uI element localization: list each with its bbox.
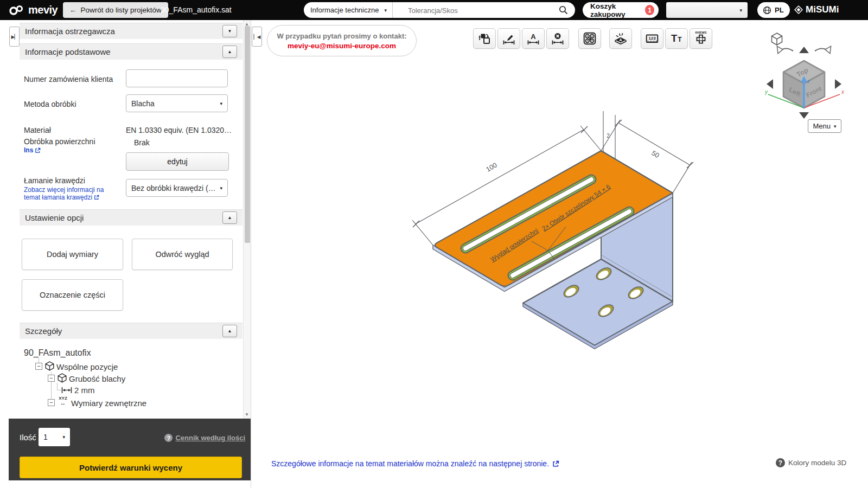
- search-icon[interactable]: [559, 5, 568, 15]
- section-header-basic-info[interactable]: Informacje podstawowe ▲: [20, 43, 242, 60]
- text-size-button[interactable]: T T: [665, 28, 688, 49]
- tree-item-outer-dimensions[interactable]: Wymiary zewnętrzne: [71, 399, 146, 408]
- meviy-logo-text: meviy: [28, 4, 58, 16]
- delete-dimension-button[interactable]: [546, 28, 569, 49]
- model-colors-label: Kolory modelu 3D: [788, 459, 846, 467]
- sidebar-scrollbar[interactable]: ▲ ▼: [243, 20, 251, 419]
- misumi-logo-text: MiSUMi: [806, 4, 839, 15]
- machining-method-select[interactable]: Blacha ▾: [126, 94, 228, 112]
- language-button[interactable]: PL: [757, 2, 790, 18]
- misumi-logo[interactable]: MiSUMi: [794, 4, 839, 15]
- text-dimension-button[interactable]: A: [522, 28, 545, 49]
- six-views-button[interactable]: 6VIEWS: [690, 28, 712, 49]
- tree-item-sheet-thickness[interactable]: Grubość blachy: [69, 374, 125, 383]
- collapse-toggle-icon[interactable]: ▼: [222, 25, 237, 37]
- search-input[interactable]: [407, 4, 556, 17]
- question-icon: ?: [164, 434, 173, 442]
- contact-intro-text: W przypadku pytań prosimy o kontakt:: [277, 32, 406, 40]
- tree-item-common-positions[interactable]: Wspólne pozycje: [56, 362, 118, 371]
- header-empty-select[interactable]: ▾: [666, 2, 748, 18]
- tilt-down-arrow[interactable]: [799, 112, 809, 119]
- materials-info-link[interactable]: Szczegółowe informacje na temat materiał…: [271, 459, 559, 468]
- section-header-options[interactable]: Ustawienie opcji ▲: [20, 209, 242, 226]
- scroll-down-arrow[interactable]: ▼: [245, 412, 249, 417]
- home-view-icon[interactable]: [772, 33, 782, 45]
- hole-positions-button[interactable]: [578, 28, 601, 49]
- svg-text:A: A: [619, 38, 622, 42]
- meviy-logo[interactable]: meviy: [7, 3, 58, 16]
- materials-link-label: Szczegółowe informacje na temat materiał…: [271, 459, 549, 468]
- model-colors-help[interactable]: ? Kolory modelu 3D: [776, 458, 846, 467]
- edge-break-info-link[interactable]: Zobacz więcej informacji na temat łamani…: [24, 186, 104, 201]
- order-number-input[interactable]: [126, 69, 228, 87]
- quantity-label: Ilość: [20, 433, 36, 442]
- part-marking-button[interactable]: Oznaczenie części: [22, 279, 123, 311]
- collapse-toggle-icon[interactable]: ▲: [222, 325, 237, 337]
- pricing-by-quantity-link[interactable]: ? Cennik według ilości: [164, 434, 245, 442]
- dimension-icon: [61, 387, 72, 394]
- top-header-bar: meviy ← Powrót do listy projektów 90_FAs…: [0, 0, 868, 20]
- app-window: meviy ← Powrót do listy projektów 90_FAs…: [0, 0, 868, 488]
- confirm-quote-button[interactable]: Potwierdź warunki wyceny: [20, 457, 242, 478]
- rotate-left-arrow[interactable]: [767, 79, 773, 89]
- machining-method-value: Blacha: [131, 99, 155, 108]
- search-category-select[interactable]: Informacje techniczne ▾: [310, 2, 393, 18]
- svg-text:A: A: [531, 33, 536, 41]
- quote-footer-panel: Ilość 1 ▾ ? Cennik według ilości Potwier…: [9, 419, 251, 480]
- chevron-down-icon: ▾: [220, 185, 222, 191]
- invert-appearance-label: Odwróć wygląd: [155, 250, 209, 259]
- quantity-select[interactable]: 1 ▾: [39, 428, 70, 446]
- tree-collapse-box[interactable]: −: [35, 363, 42, 370]
- move-part-icon: [478, 32, 491, 45]
- tree-collapse-box[interactable]: −: [48, 375, 55, 382]
- tree-collapse-box[interactable]: −: [48, 399, 55, 406]
- delete-dimension-icon: [551, 32, 564, 45]
- part-marking-label: Oznaczenie części: [40, 291, 105, 299]
- svg-text:T: T: [671, 33, 678, 44]
- dimension-values-button[interactable]: 123: [641, 28, 663, 49]
- surface-treatment-label: Obróbka powierzchni: [24, 137, 95, 146]
- hole-positions-icon: [583, 31, 597, 46]
- back-to-projects-button[interactable]: ← Powrót do listy projektów: [63, 2, 168, 18]
- collapse-toggle-icon[interactable]: ▲: [222, 211, 237, 224]
- add-dimensions-button[interactable]: Dodaj wymiary: [22, 239, 123, 270]
- add-dimensions-label: Dodaj wymiary: [47, 250, 98, 259]
- invert-appearance-button[interactable]: Odwróć wygląd: [132, 239, 233, 270]
- ins-link-label: Ins: [24, 146, 33, 154]
- chevron-down-icon: ▾: [220, 101, 222, 106]
- rotate-right-arrow[interactable]: [835, 79, 841, 89]
- sidebar-collapse-handle[interactable]: ▶▏: [9, 27, 20, 47]
- add-dimension-button[interactable]: [497, 28, 520, 49]
- meviy-logo-icon: [7, 3, 26, 16]
- tilt-up-arrow[interactable]: [799, 47, 809, 53]
- external-link-icon: [35, 147, 41, 153]
- scrollbar-thumb[interactable]: [245, 26, 250, 243]
- ins-link[interactable]: Ins: [24, 146, 41, 154]
- chevron-down-icon: ▾: [834, 124, 837, 129]
- svg-text:6VIEWS: 6VIEWS: [695, 31, 706, 34]
- collapse-toggle-icon[interactable]: ▲: [222, 46, 237, 58]
- tree-item-thickness-value[interactable]: 2 mm: [74, 386, 95, 395]
- section-warning-title: Informacja ostrzegawcza: [25, 27, 115, 36]
- svg-text:T: T: [678, 36, 682, 43]
- viewcube-menu-button[interactable]: Menu ▾: [808, 119, 841, 133]
- order-number-label: Numer zamówienia klienta: [24, 75, 113, 84]
- cart-button[interactable]: Koszyk zakupowy 1: [583, 2, 659, 18]
- move-dimension-button[interactable]: [473, 28, 496, 49]
- tree-root-node[interactable]: 90_FAsm_autofix: [24, 348, 91, 358]
- rotate-right-icon[interactable]: [815, 46, 833, 54]
- edit-button[interactable]: edytuj: [126, 152, 229, 171]
- chevron-down-icon: ▾: [384, 8, 387, 13]
- section-header-warning[interactable]: Informacja ostrzegawcza ▼: [20, 23, 242, 39]
- rotate-left-icon[interactable]: [775, 46, 793, 54]
- contact-email-link[interactable]: meviy-eu@misumi-europe.com: [288, 42, 396, 50]
- section-header-details[interactable]: Szczegóły ▲: [20, 323, 242, 339]
- viewer-collapse-handle[interactable]: ▏◀: [252, 27, 262, 47]
- axis-y-label: y: [764, 89, 768, 95]
- machining-method-label: Metoda obróbki: [24, 100, 76, 108]
- engraving-button[interactable]: A: [609, 28, 632, 49]
- edge-break-select[interactable]: Bez obróbki krawędzi (… ▾: [126, 179, 228, 197]
- section-details-title: Szczegóły: [25, 326, 62, 336]
- section-basic-title: Informacje podstawowe: [25, 47, 111, 56]
- misumi-logo-icon: [794, 5, 803, 14]
